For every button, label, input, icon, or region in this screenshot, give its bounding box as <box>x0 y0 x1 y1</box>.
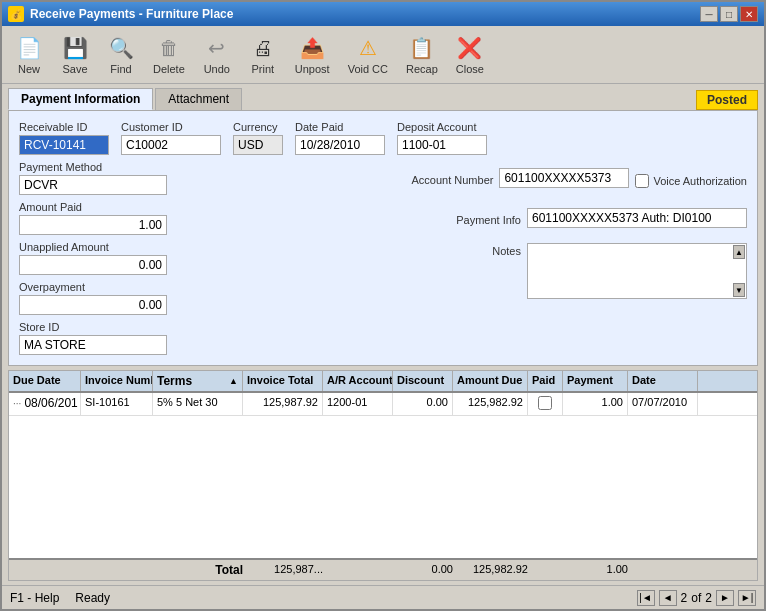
total-label: Total <box>157 563 247 577</box>
col-header-ar-account[interactable]: A/R Account <box>323 371 393 391</box>
col-header-terms[interactable]: Terms ▲ <box>153 371 243 391</box>
delete-icon: 🗑 <box>155 34 183 62</box>
date-paid-group: Date Paid <box>295 121 385 155</box>
minimize-button[interactable]: ─ <box>700 6 718 22</box>
payment-method-label: Payment Method <box>19 161 167 173</box>
receivable-id-field[interactable] <box>19 135 109 155</box>
close-icon: ❌ <box>456 34 484 62</box>
new-icon: 📄 <box>15 34 43 62</box>
maximize-button[interactable]: □ <box>720 6 738 22</box>
find-button[interactable]: 🔍 Find <box>100 30 142 79</box>
first-page-button[interactable]: |◄ <box>637 590 655 606</box>
terms-sort-icon: ▲ <box>229 376 238 386</box>
print-icon: 🖨 <box>249 34 277 62</box>
deposit-account-label: Deposit Account <box>397 121 487 133</box>
col-header-payment[interactable]: Payment <box>563 371 628 391</box>
total-amount-due: 125,982.92 <box>457 563 532 577</box>
save-button[interactable]: 💾 Save <box>54 30 96 79</box>
paid-checkbox[interactable] <box>538 396 552 410</box>
close-window-button[interactable]: ✕ <box>740 6 758 22</box>
form-area: Receivable ID Customer ID Currency Date … <box>8 110 758 366</box>
titlebar: 💰 Receive Payments - Furniture Place ─ □… <box>2 2 764 26</box>
account-number-label: Account Number <box>411 174 493 186</box>
new-button[interactable]: 📄 New <box>8 30 50 79</box>
voidcc-label: Void CC <box>348 63 388 75</box>
cell-invoice-number: SI-10161 <box>81 393 153 415</box>
tabs: Payment Information Attachment <box>8 88 242 110</box>
col-header-amount-due[interactable]: Amount Due <box>453 371 528 391</box>
next-page-button[interactable]: ► <box>716 590 734 606</box>
tab-attachment[interactable]: Attachment <box>155 88 242 110</box>
deposit-account-field[interactable] <box>397 135 487 155</box>
notes-scroll-down[interactable]: ▼ <box>733 283 745 297</box>
window-icon: 💰 <box>8 6 24 22</box>
col-header-due-date[interactable]: Due Date <box>9 371 81 391</box>
cell-payment: 1.00 <box>563 393 628 415</box>
prev-page-button[interactable]: ◄ <box>659 590 677 606</box>
date-paid-field[interactable] <box>295 135 385 155</box>
unpost-icon: 📤 <box>298 34 326 62</box>
cell-paid <box>528 393 563 415</box>
notes-scroll-up[interactable]: ▲ <box>733 245 745 259</box>
store-id-label: Store ID <box>19 321 167 333</box>
cell-date: 07/07/2010 <box>628 393 698 415</box>
undo-button[interactable]: ↩ Undo <box>196 30 238 79</box>
undo-label: Undo <box>204 63 230 75</box>
overpayment-field[interactable] <box>19 295 167 315</box>
close-button[interactable]: ❌ Close <box>449 30 491 79</box>
amount-paid-field[interactable] <box>19 215 167 235</box>
posted-badge: Posted <box>696 90 758 110</box>
form-row-4: Unapplied Amount Overpayment Store ID No… <box>19 241 747 355</box>
overpayment-label: Overpayment <box>19 281 167 293</box>
unpost-button[interactable]: 📤 Unpost <box>288 30 337 79</box>
store-id-field[interactable] <box>19 335 167 355</box>
table-header: Due Date Invoice Number Terms ▲ Invoice … <box>9 371 757 393</box>
new-label: New <box>18 63 40 75</box>
delete-button[interactable]: 🗑 Delete <box>146 30 192 79</box>
recap-button[interactable]: 📋 Recap <box>399 30 445 79</box>
total-row: Total 125,987... 0.00 125,982.92 1.00 <box>9 558 757 580</box>
expand-button[interactable]: ··· <box>13 398 21 409</box>
close-label: Close <box>456 63 484 75</box>
table-row[interactable]: ··· 08/06/201 SI-10161 5% 5 Net 30 125,9… <box>9 393 757 416</box>
payment-method-field[interactable] <box>19 175 167 195</box>
unapplied-amount-group: Unapplied Amount <box>19 241 167 275</box>
payment-info-field[interactable] <box>527 208 747 228</box>
save-label: Save <box>62 63 87 75</box>
table-body: ··· 08/06/201 SI-10161 5% 5 Net 30 125,9… <box>9 393 757 558</box>
print-button[interactable]: 🖨 Print <box>242 30 284 79</box>
voice-auth-group: Voice Authorization <box>635 174 747 188</box>
invoice-table: Due Date Invoice Number Terms ▲ Invoice … <box>8 370 758 581</box>
col-header-discount[interactable]: Discount <box>393 371 453 391</box>
col-header-date[interactable]: Date <box>628 371 698 391</box>
date-paid-label: Date Paid <box>295 121 385 133</box>
recap-label: Recap <box>406 63 438 75</box>
col-header-paid[interactable]: Paid <box>528 371 563 391</box>
notes-field[interactable] <box>527 243 747 299</box>
unapplied-amount-field[interactable] <box>19 255 167 275</box>
payment-info-label: Payment Info <box>456 214 521 226</box>
cell-discount: 0.00 <box>393 393 453 415</box>
window-title: Receive Payments - Furniture Place <box>30 7 233 21</box>
status-text: Ready <box>75 591 110 605</box>
unapplied-amount-label: Unapplied Amount <box>19 241 167 253</box>
voidcc-button[interactable]: ⚠ Void CC <box>341 30 395 79</box>
form-row-2: Payment Method Account Number Voice Auth… <box>19 161 747 195</box>
col-header-invoice-number[interactable]: Invoice Number <box>81 371 153 391</box>
last-page-button[interactable]: ►| <box>738 590 756 606</box>
form-row-1: Receivable ID Customer ID Currency Date … <box>19 121 747 155</box>
currency-field[interactable] <box>233 135 283 155</box>
tab-payment-information[interactable]: Payment Information <box>8 88 153 110</box>
col-header-invoice-total[interactable]: Invoice Total <box>243 371 323 391</box>
main-window: 💰 Receive Payments - Furniture Place ─ □… <box>0 0 766 611</box>
account-number-field[interactable] <box>499 168 629 188</box>
voice-auth-checkbox[interactable] <box>635 174 649 188</box>
total-payment: 1.00 <box>567 563 632 577</box>
voice-auth-label: Voice Authorization <box>653 175 747 187</box>
deposit-account-group: Deposit Account <box>397 121 487 155</box>
save-icon: 💾 <box>61 34 89 62</box>
customer-id-group: Customer ID <box>121 121 221 155</box>
customer-id-field[interactable] <box>121 135 221 155</box>
tabs-area: Payment Information Attachment Posted <box>2 84 764 110</box>
customer-id-label: Customer ID <box>121 121 221 133</box>
